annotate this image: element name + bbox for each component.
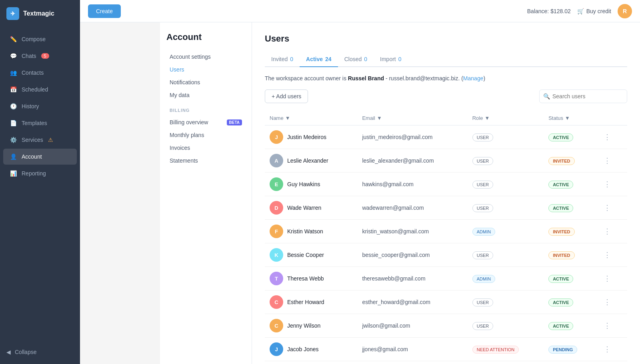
- tab-invited[interactable]: Invited 0: [265, 52, 300, 67]
- buy-credit-button[interactable]: 🛒 Buy credit: [577, 8, 611, 14]
- more-actions-button[interactable]: ⋮: [600, 249, 614, 261]
- status-badge: ACTIVE: [548, 133, 573, 141]
- more-actions-button[interactable]: ⋮: [600, 131, 614, 143]
- user-name-cell: J Justin Medeiros: [265, 125, 357, 149]
- tab-active[interactable]: Active 24: [300, 52, 338, 67]
- collapse-icon: ◀: [6, 349, 11, 355]
- role-badge: NEED ATTENTION: [472, 346, 519, 354]
- table-row: F Kristin Watson kristin_watson@gmail.co…: [265, 220, 627, 243]
- file-icon: 📄: [10, 119, 17, 127]
- users-table: Name ▼ Email ▼ Role ▼: [265, 111, 627, 361]
- user-email: justin_medeiros@gmail.com: [362, 134, 432, 140]
- user-name-cell: A Leslie Alexander: [265, 149, 357, 173]
- more-actions-button[interactable]: ⋮: [600, 296, 614, 308]
- menu-item-account-settings[interactable]: Account settings: [166, 50, 245, 63]
- more-actions-button[interactable]: ⋮: [600, 225, 614, 237]
- sidebar-history-label: History: [22, 103, 39, 109]
- workspace-notice-text: The workspace account owner is: [265, 75, 348, 82]
- sidebar: ✈ Textmagic ✏️ Compose 💬 Chats 5 👥 Conta…: [0, 0, 80, 364]
- calendar-icon: 📅: [10, 86, 17, 93]
- grid-icon: ⚙️: [10, 136, 17, 143]
- search-box: 🔍: [539, 90, 627, 103]
- avatar[interactable]: R: [618, 4, 632, 18]
- more-actions-button[interactable]: ⋮: [600, 178, 614, 190]
- sidebar-item-compose[interactable]: ✏️ Compose: [3, 31, 77, 47]
- sidebar-item-chats[interactable]: 💬 Chats 5: [3, 48, 77, 64]
- table-row: J Jacob Jones jjones@gmail.com NEED ATTE…: [265, 338, 627, 361]
- sort-name[interactable]: Name ▼: [270, 115, 352, 121]
- billing-overview-label: Billing overview: [170, 119, 208, 125]
- tab-closed[interactable]: Closed 0: [338, 52, 374, 67]
- create-button[interactable]: Create: [88, 4, 121, 18]
- sidebar-item-contacts[interactable]: 👥 Contacts: [3, 65, 77, 81]
- more-actions-button[interactable]: ⋮: [600, 320, 614, 332]
- sidebar-item-reporting[interactable]: 📊 Reporting: [3, 165, 77, 181]
- user-name-cell: D Wade Warren: [265, 196, 357, 220]
- user-name: Theresa Webb: [287, 275, 324, 282]
- sort-email[interactable]: Email ▼: [362, 115, 462, 121]
- my-data-label: My data: [170, 92, 190, 98]
- user-email-cell: justin_medeiros@gmail.com: [357, 125, 467, 149]
- sidebar-item-history[interactable]: 🕐 History: [3, 98, 77, 114]
- menu-item-monthly-plans[interactable]: Monthly plans: [166, 129, 245, 141]
- table-row: D Wade Warren wadewarren@gmail.com USER …: [265, 196, 627, 220]
- user-email-cell: hawkins@gmail.com: [357, 173, 467, 196]
- table-row: K Bessie Cooper bessie_cooper@gmail.com …: [265, 243, 627, 267]
- tab-closed-count: 0: [364, 56, 367, 62]
- left-panel-title: Account: [166, 32, 245, 42]
- user-avatar: A: [270, 154, 283, 167]
- status-badge: ACTIVE: [548, 181, 573, 189]
- sidebar-item-templates[interactable]: 📄 Templates: [3, 115, 77, 131]
- user-status-cell: ACTIVE: [544, 267, 596, 290]
- sidebar-reporting-label: Reporting: [22, 170, 46, 177]
- status-badge: INVITED: [548, 251, 574, 259]
- manage-link[interactable]: Manage: [463, 75, 484, 82]
- user-role-cell: USER: [468, 290, 544, 314]
- tab-import-label: Import: [380, 56, 396, 62]
- sort-role[interactable]: Role ▼: [472, 115, 539, 121]
- statements-label: Statements: [170, 157, 198, 164]
- user-email-cell: leslie_alexander@gmail.com: [357, 149, 467, 173]
- more-actions-button[interactable]: ⋮: [600, 155, 614, 167]
- menu-item-statements[interactable]: Statements: [166, 154, 245, 167]
- menu-item-my-data[interactable]: My data: [166, 89, 245, 101]
- more-actions-button[interactable]: ⋮: [600, 273, 614, 284]
- more-actions-button[interactable]: ⋮: [600, 343, 614, 355]
- more-actions-button[interactable]: ⋮: [600, 202, 614, 214]
- sidebar-item-scheduled[interactable]: 📅 Scheduled: [3, 82, 77, 97]
- user-email-cell: theresawebb@gmail.com: [357, 267, 467, 290]
- sidebar-item-services[interactable]: ⚙️ Services ⚠: [3, 132, 77, 148]
- add-users-button[interactable]: + Add users: [265, 90, 308, 103]
- topbar-left: Create: [88, 4, 121, 18]
- menu-item-invoices[interactable]: Invoices: [166, 141, 245, 154]
- sidebar-item-account[interactable]: 👤 Account: [3, 149, 77, 165]
- menu-item-users[interactable]: Users: [166, 63, 245, 76]
- collapse-button[interactable]: ◀ Collapse: [3, 345, 77, 359]
- sort-status[interactable]: Status ▼: [548, 115, 591, 121]
- user-avatar: C: [270, 295, 283, 309]
- sidebar-logo: ✈ Textmagic: [0, 0, 80, 27]
- table-row: T Theresa Webb theresawebb@gmail.com ADM…: [265, 267, 627, 290]
- status-badge: INVITED: [548, 157, 574, 165]
- user-name-cell: T Theresa Webb: [265, 267, 357, 290]
- menu-item-billing-overview[interactable]: Billing overview BETA: [166, 116, 245, 129]
- user-actions-cell: ⋮: [596, 243, 627, 267]
- tab-invited-count: 0: [290, 56, 293, 62]
- logo-icon: ✈: [6, 7, 19, 20]
- role-badge: USER: [472, 322, 494, 330]
- tab-import[interactable]: Import 0: [374, 52, 408, 67]
- chats-badge: 5: [41, 53, 49, 59]
- monthly-plans-label: Monthly plans: [170, 132, 204, 138]
- search-input[interactable]: [539, 90, 627, 103]
- table-body: J Justin Medeiros justin_medeiros@gmail.…: [265, 125, 627, 361]
- user-name: Guy Hawkins: [287, 181, 320, 187]
- user-role-cell: ADMIN: [468, 267, 544, 290]
- chart-icon: 📊: [10, 170, 17, 177]
- sidebar-account-label: Account: [22, 153, 42, 160]
- user-actions-cell: ⋮: [596, 314, 627, 338]
- user-role-cell: USER: [468, 125, 544, 149]
- role-badge: ADMIN: [472, 275, 495, 283]
- user-avatar: D: [270, 201, 283, 215]
- menu-item-notifications[interactable]: Notifications: [166, 76, 245, 89]
- user-name-cell: F Kristin Watson: [265, 220, 357, 243]
